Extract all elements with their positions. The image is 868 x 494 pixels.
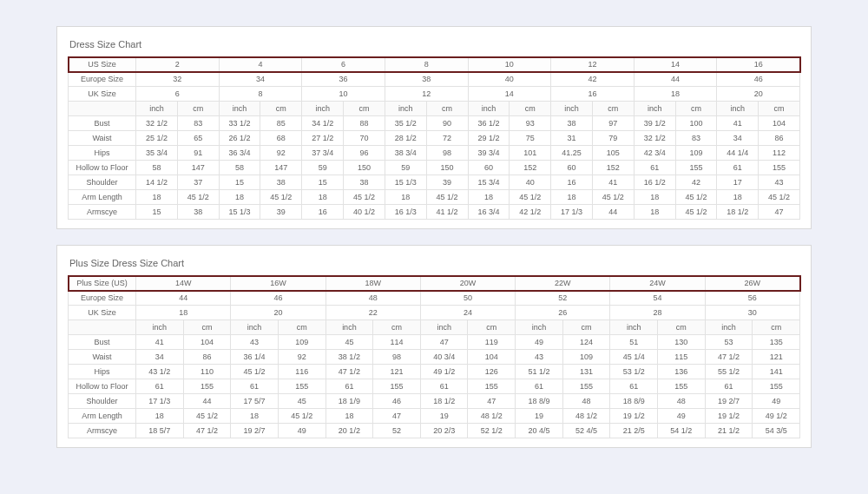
value-cm: 65: [177, 131, 219, 146]
size-cell: 22: [326, 306, 420, 320]
value-inch: 26 1/2: [219, 131, 260, 146]
size-cell: 4: [219, 57, 302, 72]
value-cm: 121: [753, 350, 800, 365]
value-inch: 61: [610, 379, 658, 394]
value-inch: 18: [634, 190, 675, 205]
size-cell: 8: [385, 57, 468, 72]
value-inch: 31: [551, 131, 593, 146]
unit-cm: cm: [759, 102, 800, 116]
value-inch: 61: [136, 379, 184, 394]
value-inch: 18: [468, 190, 510, 205]
unit-inch: inch: [717, 102, 759, 116]
value-cm: 131: [562, 365, 610, 379]
value-cm: 45 1/2: [759, 190, 800, 205]
value-inch: 51 1/2: [516, 365, 563, 379]
value-cm: 39: [260, 205, 302, 220]
size-cell: 16: [717, 57, 800, 72]
value-cm: 115: [658, 350, 706, 365]
value-cm: 104: [468, 350, 516, 365]
size-cell: 18: [634, 87, 717, 102]
measure-row: Hollow to Floor6115561155611556115561155…: [69, 379, 800, 394]
value-inch: 20 2/3: [420, 424, 468, 438]
size-cell: 12: [385, 87, 468, 102]
value-cm: 130: [658, 335, 706, 350]
value-cm: 147: [260, 161, 302, 175]
value-cm: 93: [510, 116, 551, 131]
value-cm: 52 4/5: [562, 424, 610, 438]
value-cm: 116: [278, 365, 326, 379]
value-cm: 121: [373, 365, 421, 379]
value-cm: 52: [373, 424, 421, 438]
value-inch: 32 1/2: [136, 116, 178, 131]
unit-cm: cm: [658, 320, 706, 335]
value-cm: 155: [373, 379, 421, 394]
value-cm: 44: [183, 394, 231, 409]
measure-row: Armscye153815 1/3391640 1/216 1/341 1/21…: [69, 205, 800, 220]
value-inch: 18: [717, 190, 759, 205]
value-inch: 15 3/4: [468, 175, 510, 190]
size-row: Europe Size3234363840424446: [69, 72, 800, 87]
value-inch: 18: [634, 205, 675, 220]
value-cm: 45 1/2: [183, 409, 231, 424]
value-inch: 45 1/4: [610, 350, 658, 365]
size-cell: 46: [231, 291, 326, 306]
measure-row: Bust41104431094511447119491245113053135: [69, 335, 800, 350]
value-inch: 34: [136, 350, 184, 365]
unit-inch: inch: [219, 102, 260, 116]
value-inch: 32 1/2: [634, 131, 675, 146]
size-cell: 26: [516, 306, 610, 320]
unit-cm: cm: [278, 320, 326, 335]
row-label: UK Size: [69, 306, 136, 320]
value-cm: 46: [373, 394, 421, 409]
size-cell: 44: [136, 291, 231, 306]
unit-row: inchcminchcminchcminchcminchcminchcminch…: [69, 102, 800, 116]
measure-row: Hips43 1/211045 1/211647 1/212149 1/2126…: [69, 365, 800, 379]
value-inch: 34 1/2: [302, 116, 344, 131]
row-label: Arm Length: [69, 409, 136, 424]
chart2-table: Plus Size (US)14W16W18W20W22W24W26WEurop…: [68, 275, 800, 438]
size-row: UK Size18202224262830: [69, 306, 800, 320]
unit-inch: inch: [136, 320, 184, 335]
value-inch: 38 3/4: [385, 146, 426, 161]
value-cm: 48: [658, 394, 706, 409]
value-inch: 28 1/2: [385, 131, 426, 146]
value-cm: 110: [183, 365, 231, 379]
value-inch: 16 3/4: [468, 205, 510, 220]
value-cm: 155: [183, 379, 231, 394]
unit-inch: inch: [420, 320, 468, 335]
size-cell: 24W: [610, 276, 705, 291]
value-inch: 18: [326, 409, 373, 424]
value-cm: 88: [344, 116, 385, 131]
size-cell: 20: [717, 87, 800, 102]
size-cell: 6: [302, 57, 385, 72]
value-cm: 92: [278, 350, 326, 365]
value-inch: 18 8/9: [516, 394, 563, 409]
value-inch: 19 1/2: [705, 409, 753, 424]
measure-row: Waist25 1/26526 1/26827 1/27028 1/27229 …: [69, 131, 800, 146]
value-inch: 61: [516, 379, 563, 394]
value-cm: 109: [675, 146, 717, 161]
value-inch: 18 1/2: [717, 205, 759, 220]
value-inch: 18: [385, 190, 426, 205]
value-inch: 58: [136, 161, 178, 175]
value-cm: 101: [510, 146, 551, 161]
value-cm: 126: [468, 365, 516, 379]
value-inch: 45 1/2: [231, 365, 279, 379]
value-cm: 97: [592, 116, 634, 131]
row-label: Waist: [69, 131, 136, 146]
value-cm: 48 1/2: [468, 409, 516, 424]
value-cm: 45 1/2: [592, 190, 634, 205]
value-cm: 86: [759, 131, 800, 146]
value-cm: 155: [468, 379, 516, 394]
value-cm: 112: [759, 146, 800, 161]
row-label: US Size: [69, 57, 136, 72]
value-inch: 61: [420, 379, 468, 394]
size-cell: 32: [136, 72, 220, 87]
size-row: Europe Size44464850525456: [69, 291, 800, 306]
value-cm: 47 1/2: [183, 424, 231, 438]
value-cm: 41 1/2: [426, 205, 468, 220]
value-inch: 18 5/7: [136, 424, 184, 438]
value-cm: 150: [344, 161, 385, 175]
value-cm: 155: [658, 379, 706, 394]
value-inch: 15 1/3: [385, 175, 426, 190]
